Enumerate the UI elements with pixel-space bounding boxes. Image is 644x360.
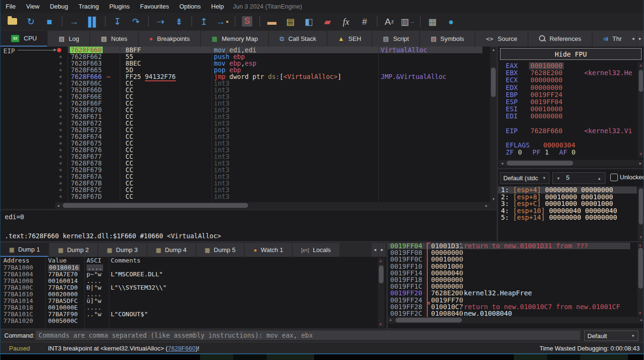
register-row[interactable]: EBP0019FF24: [498, 91, 637, 98]
hide-fpu-button[interactable]: Hide FPU: [500, 48, 642, 60]
row-dot-icon[interactable]: [59, 109, 62, 111]
register-row[interactable]: EDX00000000: [498, 84, 637, 91]
dump-row[interactable]: 77BA100800160014....: [0, 278, 386, 284]
menu-item-help[interactable]: Help: [206, 0, 229, 13]
row-dot-icon[interactable]: [59, 82, 62, 85]
argument-row[interactable]: 4: [esp+10] 00000040 00000040: [498, 207, 637, 214]
functions-button[interactable]: fx: [339, 15, 353, 28]
menu-item-favourites[interactable]: Favourites: [135, 0, 174, 13]
scroll-left-arrow[interactable]: ◄: [500, 162, 504, 165]
argument-count-spinner[interactable]: ▼ 5 ▲: [552, 172, 606, 184]
tab-cpu[interactable]: 32CPU: [0, 31, 47, 47]
dump-row[interactable]: 77BA101C77BA7F90..°wL"CONOUT$": [0, 311, 386, 318]
scroll-right-arrow[interactable]: ►: [641, 319, 643, 322]
stack-value[interactable]: 00000000: [431, 276, 463, 283]
dump-tab-dump-3[interactable]: ▦Dump 3: [98, 243, 146, 257]
dump-value[interactable]: 77BA7E70: [48, 271, 78, 278]
register-row[interactable]: [498, 135, 637, 142]
disasm-row[interactable]: 7628F66255push ebp: [0, 53, 490, 60]
stack-horizontal-scrollbar[interactable]: ◄ ►: [388, 317, 644, 323]
row-dot-icon[interactable]: [59, 69, 62, 71]
tab-references[interactable]: References: [529, 31, 591, 47]
restart-button[interactable]: ↻: [24, 15, 38, 28]
dump-row[interactable]: 77BA101477BA5DFCü]°w: [0, 298, 386, 304]
step-into-button[interactable]: ↧: [110, 15, 125, 28]
flag-value[interactable]: 0: [571, 148, 575, 156]
scroll-down-arrow[interactable]: ▼: [379, 322, 382, 327]
breakpoint-list-button[interactable]: ▰: [320, 15, 335, 28]
row-dot-icon[interactable]: [59, 142, 62, 145]
trace-into-button[interactable]: ⇢: [154, 15, 168, 28]
argument-row[interactable]: 3: [esp+C] 00001000 00001000: [498, 200, 637, 207]
menu-item-debug[interactable]: Debug: [45, 0, 73, 13]
dump-row[interactable]: 77BA100000180016....: [0, 264, 386, 271]
argument-row[interactable]: 1: [esp+4] 00000000 00000000: [498, 186, 637, 194]
strings-button[interactable]: Az: [382, 15, 396, 28]
stack-value[interactable]: 00010000: [431, 256, 463, 263]
register-value[interactable]: 7628E200: [530, 69, 562, 77]
tab-thr[interactable]: ⇉Thr: [593, 31, 631, 47]
stack-value[interactable]: 00001000: [431, 263, 463, 270]
log-window-button[interactable]: S: [240, 15, 254, 28]
scroll-down-arrow[interactable]: ▼: [639, 311, 641, 315]
register-row[interactable]: EDI00000000: [498, 113, 637, 120]
tab-call-stack[interactable]: ⧉Call Stack: [269, 31, 327, 47]
row-dot-icon[interactable]: [59, 189, 62, 191]
dump-row[interactable]: 77BA10200005000C: [0, 318, 386, 324]
disasm-row[interactable]: 7628F6608BFFmov edi,ediVirtualAlloc: [0, 47, 490, 53]
tab-log[interactable]: ▤Log: [48, 31, 89, 47]
stack-value[interactable]: 01008040: [431, 310, 463, 317]
disasm-row[interactable]: 7628F670CCint3: [0, 107, 490, 113]
hash-calc-button[interactable]: #: [357, 15, 372, 28]
disasm-row[interactable]: 7628F66FCCint3: [0, 100, 490, 107]
disasm-vertical-scrollbar[interactable]: ▲ ▼: [490, 47, 497, 202]
tab-seh[interactable]: ▲SEH: [327, 31, 372, 47]
register-row[interactable]: ESI00010000: [498, 106, 637, 113]
column-divider[interactable]: [67, 47, 68, 202]
disasm-row[interactable]: 7628F674CCint3: [0, 133, 490, 140]
argument-row[interactable]: 2: [esp+8] 00010000 00010000: [498, 194, 637, 201]
dump-row[interactable]: 77BA100477BA7E70p~°wL"MSCOREE.DLL": [0, 271, 386, 278]
disasm-row[interactable]: 7628F678CCint3: [0, 160, 490, 166]
run-button[interactable]: →: [67, 15, 81, 28]
tab-notes[interactable]: ▤Notes: [90, 31, 137, 47]
row-dot-icon[interactable]: [59, 195, 62, 198]
tab-source[interactable]: <>Source: [475, 31, 528, 47]
column-divider[interactable]: [120, 47, 120, 202]
disasm-row[interactable]: 7628F676CCint3: [0, 146, 490, 153]
tab-symbols[interactable]: ▤●Symbols: [420, 31, 474, 47]
disasm-row[interactable]: 7628F679CCint3: [0, 166, 490, 173]
disasm-row[interactable]: 7628F677CCint3: [0, 153, 490, 160]
patches-button[interactable]: ▬: [265, 15, 279, 28]
tab-scroll-right-button[interactable]: ►: [637, 31, 644, 47]
registers-horizontal-scrollbar[interactable]: ◄ ►: [499, 160, 644, 166]
dump-tab-locals[interactable]: [x=]Locals: [293, 243, 339, 257]
scroll-up-arrow[interactable]: ▲: [639, 63, 643, 68]
register-value[interactable]: 00000000: [530, 113, 562, 120]
unlocked-checkbox[interactable]: [610, 174, 618, 181]
disasm-row[interactable]: 7628F672CCint3: [0, 120, 490, 126]
row-dot-icon[interactable]: [59, 149, 62, 151]
labels-button[interactable]: ◧: [302, 15, 316, 28]
disasm-row[interactable]: 7628F666−FF25 94132F76jmp dword ptr ds:[…: [0, 73, 490, 80]
scroll-down-arrow[interactable]: ▼: [639, 235, 643, 240]
register-row[interactable]: ESP0019FF04: [498, 98, 637, 106]
register-value[interactable]: 7628F660: [530, 127, 562, 135]
menu-item-view[interactable]: View: [21, 0, 45, 13]
disasm-row[interactable]: 7628F673CCint3: [0, 126, 490, 133]
arguments-vertical-scrollbar[interactable]: ▼: [638, 186, 644, 241]
column-divider[interactable]: [461, 242, 461, 316]
stop-button[interactable]: ■: [42, 15, 57, 28]
stack-value[interactable]: 00000000: [431, 283, 463, 290]
register-value[interactable]: 0019FF04: [530, 98, 562, 106]
menu-item-tracing[interactable]: Tracing: [73, 0, 104, 13]
scroll-right-arrow[interactable]: ►: [485, 204, 488, 207]
disasm-row[interactable]: 7628F66CCCint3: [0, 80, 490, 87]
row-dot-icon[interactable]: [59, 62, 62, 65]
stack-vertical-scrollbar[interactable]: ▲ ▼: [637, 242, 644, 316]
tab-breakpoints[interactable]: ●Breakpoints: [139, 31, 201, 47]
calling-convention-combo[interactable]: Default (stdc ▼: [500, 172, 549, 184]
flag-value[interactable]: 0: [518, 148, 522, 156]
dump-tab-dump-5[interactable]: ▦Dump 5: [196, 243, 244, 257]
stack-value[interactable]: 7628E200: [431, 290, 463, 296]
